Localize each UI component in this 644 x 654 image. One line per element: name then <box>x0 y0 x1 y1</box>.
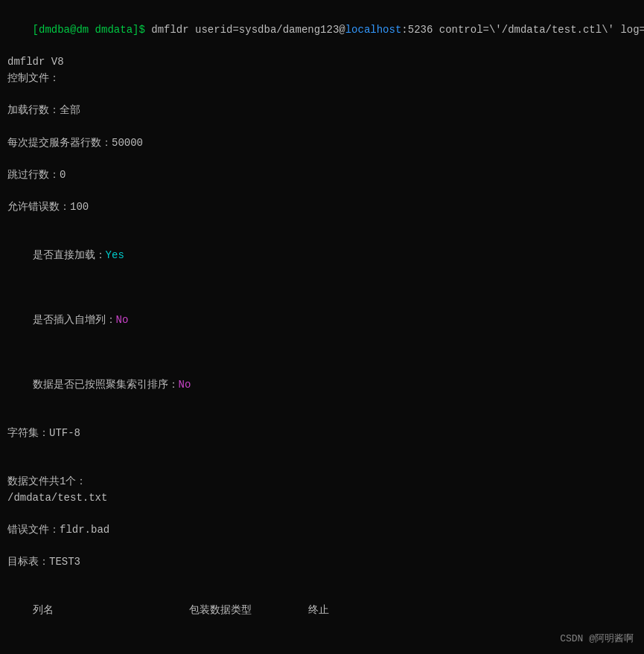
table-row-c1: C1CHARACTER| <box>7 635 637 654</box>
skip-rows-label: 跳过行数：0 <box>7 167 637 184</box>
blank <box>7 409 637 426</box>
table-header-row: 列名包装数据类型终止 <box>7 587 637 635</box>
command-line: [dmdba@dm dmdata]$ dmfldr userid=sysdba/… <box>7 6 637 54</box>
data-file-path: /dmdata/test.txt <box>7 490 637 507</box>
host-highlight: localhost <box>345 24 402 36</box>
load-rows-label: 加载行数：全部 <box>7 103 637 119</box>
blank <box>7 506 637 522</box>
direct-load-prefix: 是否直接加载： <box>33 249 106 261</box>
target-table-label: 目标表：TEST3 <box>7 554 637 571</box>
blank <box>7 344 637 361</box>
auto-inc-value: No <box>116 314 129 326</box>
command-text: dmfldr userid=sysdba/dameng123@ <box>151 24 345 36</box>
col-name-header: 列名 <box>33 603 189 619</box>
commit-rows-label: 每次提交服务器行数：50000 <box>7 135 637 152</box>
blank <box>7 86 637 103</box>
version-line: dmfldr V8 <box>7 54 637 71</box>
watermark: CSDN @阿明酱啊 <box>560 632 634 645</box>
blank <box>7 151 637 167</box>
blank <box>7 458 637 474</box>
col-type-header: 包装数据类型 <box>189 603 308 619</box>
direct-load-value: Yes <box>106 249 124 261</box>
blank <box>7 184 637 200</box>
auto-inc-prefix: 是否插入自增列： <box>33 314 116 326</box>
col-term-header: 终止 <box>308 604 329 616</box>
cmd-rest: :5236 control=\'/dmdata/test.ctl\' log=\… <box>401 24 644 36</box>
charset-line: 字符集：UTF-8 <box>7 426 637 442</box>
error-file-label: 错误文件：fldr.bad <box>7 522 637 539</box>
direct-load-line: 是否直接加载：Yes <box>7 232 637 280</box>
allow-errors-label: 允许错误数：100 <box>7 199 637 216</box>
data-files-label: 数据文件共1个： <box>7 474 637 490</box>
blank <box>7 280 637 297</box>
cluster-prefix: 数据是否已按照聚集索引排序： <box>33 379 179 391</box>
auto-inc-line: 是否插入自增列：No <box>7 296 637 344</box>
blank <box>7 442 637 458</box>
blank <box>7 571 637 587</box>
blank <box>7 216 637 232</box>
ctrl-file-label: 控制文件： <box>7 71 637 87</box>
cluster-value: No <box>179 379 191 391</box>
user-host: [dmdba@dm dmdata]$ <box>33 24 152 36</box>
blank <box>7 119 637 135</box>
c1-type: CHARACTER <box>189 652 308 655</box>
blank <box>7 539 637 555</box>
cluster-index-line: 数据是否已按照聚集索引排序：No <box>7 361 637 409</box>
c1-name: C1 <box>33 652 189 655</box>
terminal: [dmdba@dm dmdata]$ dmfldr userid=sysdba/… <box>0 0 644 654</box>
